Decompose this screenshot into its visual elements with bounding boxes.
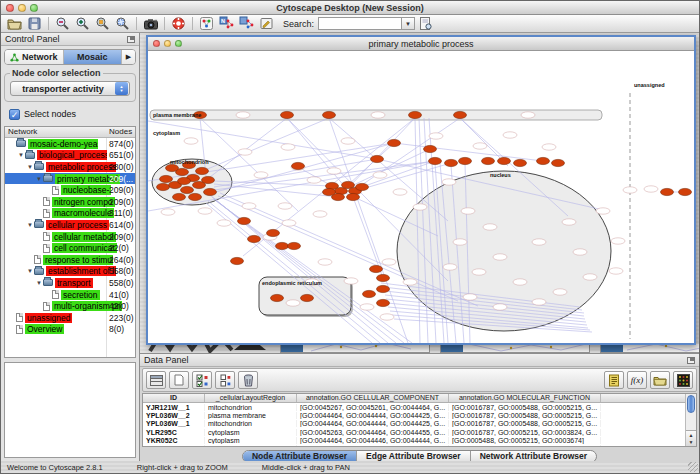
tree-row-label[interactable]: cellular metabol [52,232,116,242]
select-attributes-icon[interactable] [192,371,212,389]
table-cell[interactable]: [GO:0044464, GO:0044446, GO:0044444, G..… [297,437,449,444]
network-node[interactable] [482,157,495,164]
network-label-node[interactable] [282,220,296,226]
tree-row-label[interactable]: transport [55,278,93,288]
network-node[interactable] [301,294,314,301]
network-node[interactable] [356,183,369,190]
zoom-in-icon[interactable] [73,16,92,32]
background-window-thumbnail[interactable] [600,344,699,353]
table-cell[interactable]: YLR295C [143,429,205,436]
expander-icon[interactable]: ▼ [17,152,25,158]
network-label-node[interactable] [553,289,567,295]
expander-icon[interactable]: ▼ [26,268,34,274]
network-node[interactable] [371,155,384,162]
network-label-node[interactable] [198,208,212,214]
tree-row[interactable]: ▼biological_process651(0) [5,150,135,162]
tree-row-label[interactable]: cellular process [46,220,109,230]
network-label-node[interactable] [521,112,535,118]
table-row[interactable]: YLR295Ccytoplasm[GO:0045263, GO:0044464,… [143,428,696,436]
network-node[interactable] [281,111,294,118]
network-label-node[interactable] [313,211,327,217]
table-cell[interactable]: [GO:0016787, GO:0005488, GO:0005215, G..… [449,420,601,427]
network-label-node[interactable] [403,279,417,285]
select-nodes-checkbox[interactable]: ✓ [9,109,20,120]
table-cell[interactable]: [GO:0016787, GO:0005215, GO:0003824, G..… [449,429,601,436]
network-node[interactable] [679,188,692,195]
network-edge[interactable] [214,184,338,197]
tree-row-label[interactable]: biological_process [37,150,107,160]
matrix-icon[interactable] [673,371,693,389]
expander-icon[interactable]: ▼ [26,222,34,228]
tab-mosaic[interactable]: Mosaic [64,50,123,64]
tab-node-attribute-browser[interactable]: Node Attribute Browser [243,451,357,462]
attribute-table-icon[interactable] [146,371,166,389]
network-label-node[interactable] [380,314,394,320]
network-canvas[interactable]: plasma membranecytoplasmmitochondrionnuc… [148,51,694,343]
table-cell[interactable]: YPL036W__2 [143,412,205,419]
network-node[interactable] [323,111,336,118]
network-node[interactable] [238,217,251,224]
table-cell[interactable]: [GO:0016787, GO:0005488, GO:0005215, G..… [449,445,601,447]
tree-row[interactable]: mosaic-demo-yeast874(0) [5,138,135,150]
table-row[interactable]: YPL036W__1mitochondrion[GO:0044464, GO:0… [143,420,696,428]
network-node[interactable] [445,159,458,166]
float-panel-icon[interactable] [127,36,135,43]
tab-edge-attribute-browser[interactable]: Edge Attribute Browser [357,451,471,462]
table-cell[interactable]: [GO:0005488, GO:0005215, GO:0003674] [449,437,601,444]
table-cell[interactable]: YPL036W__1 [143,420,205,427]
network-node[interactable] [388,139,401,146]
delete-attribute-icon[interactable] [238,371,258,389]
network-node[interactable] [514,159,527,166]
network-node[interactable] [267,229,280,236]
network-node[interactable] [248,235,261,242]
tree-row[interactable]: nucleobase-209(0) [5,184,135,196]
table-cell[interactable]: cytoplasm [205,429,297,436]
tab-network-attribute-browser[interactable]: Network Attribute Browser [471,451,596,462]
table-cell[interactable]: [GO:0016787, GO:0005488, GO:0005215, G..… [449,412,601,419]
network-label-node[interactable] [254,172,268,178]
network-node[interactable] [204,188,217,195]
table-cell[interactable]: YDR039C__1 [143,445,205,447]
scrollbar-thumb[interactable] [687,395,695,413]
tree-header-nodes[interactable]: Nodes [109,127,132,136]
network-edge[interactable] [198,118,329,173]
tree-row-label[interactable]: Overview [25,324,64,334]
network-label-node[interactable] [461,208,475,214]
network-label-node[interactable] [184,138,198,144]
tree-row-label[interactable]: nucleobase- [61,185,111,195]
network-node[interactable] [377,274,390,281]
table-cell[interactable]: plasma membrane [205,412,297,419]
new-attribute-icon[interactable] [169,371,189,389]
network-node[interactable] [231,257,244,264]
network-label-node[interactable] [532,299,546,305]
network-label-node[interactable] [562,219,576,225]
network-label-node[interactable] [644,186,658,192]
network-node[interactable] [288,242,301,249]
network-label-node[interactable] [318,259,332,265]
table-row[interactable]: YJR121W__1mitochondrion[GO:0045267, GO:0… [143,403,696,411]
tree-row-label[interactable]: metabolic process [46,162,116,172]
tree-row[interactable]: multi-organism pro42(0) [5,300,135,312]
tree-row[interactable]: cell communicat22(0) [5,242,135,254]
network-node[interactable] [429,157,442,164]
network-label-node[interactable] [161,209,175,215]
network-label-node[interactable] [443,264,457,270]
tree-row[interactable]: ▼primary metabol209(... [5,173,135,185]
tab-scroll-right-icon[interactable]: ▶ [122,50,135,64]
resize-grip[interactable] [688,462,698,472]
network-edge[interactable] [362,161,435,187]
network-node[interactable] [377,285,390,292]
network-node[interactable] [459,157,472,164]
network-node[interactable] [424,145,437,152]
network-node[interactable] [377,299,390,306]
network-label-node[interactable] [453,239,467,245]
network-label-node[interactable] [360,304,374,310]
vizmapper-icon[interactable]: N [217,16,236,32]
table-cell[interactable]: cytoplasm [205,437,297,444]
network-label-node[interactable] [341,138,355,144]
network-label-node[interactable] [473,143,487,149]
tree-row[interactable]: cellular metabol209(0) [5,231,135,243]
tree-row[interactable]: ▼metabolic process280(0) [5,161,135,173]
expander-icon[interactable]: ▼ [35,280,43,286]
network-node[interactable] [454,111,467,118]
